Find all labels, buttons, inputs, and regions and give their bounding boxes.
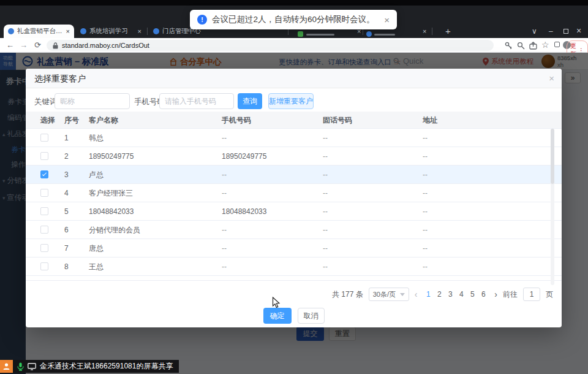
- sidebar-item-label: 分销发: [7, 175, 26, 186]
- goto-page-input[interactable]: [523, 288, 540, 301]
- cancel-button[interactable]: 取消: [298, 308, 325, 324]
- tab-close-icon[interactable]: ×: [66, 28, 70, 35]
- page-number[interactable]: 1: [423, 290, 434, 299]
- table-cell: 卢总: [89, 166, 104, 184]
- row-checkbox[interactable]: [40, 189, 48, 197]
- reload-icon[interactable]: ⟳: [34, 40, 41, 50]
- promo-banner[interactable]: 更快捷的券卡、订单和快递查询入口 ☞: [279, 58, 401, 67]
- nav-toggle-button[interactable]: 功能 导航: [0, 53, 16, 70]
- sidebar-item[interactable]: 券卡查: [0, 97, 26, 107]
- page-size-value: 30条/页: [373, 290, 396, 299]
- table-cell: --: [423, 258, 428, 276]
- row-checkbox[interactable]: [40, 152, 48, 160]
- row-checkbox[interactable]: [40, 134, 48, 142]
- maximize-icon[interactable]: [564, 29, 568, 34]
- table-cell: 客户经理张三: [89, 184, 133, 202]
- phone-input[interactable]: [159, 93, 234, 109]
- col-select: 选择: [40, 112, 55, 129]
- reset-button[interactable]: 重置: [329, 327, 356, 341]
- sidebar-item[interactable]: 券卡中: [0, 76, 26, 87]
- bookmark-star-icon[interactable]: ☆: [541, 40, 549, 50]
- table-cell: 8: [64, 258, 69, 276]
- table-body: 1韩总------21895024977518950249775----3卢总-…: [26, 129, 562, 281]
- page-number[interactable]: 5: [467, 290, 478, 299]
- nav-toggle-label: 功能: [0, 55, 16, 61]
- goto-label: 前往: [503, 289, 518, 300]
- prev-page-icon[interactable]: ‹: [415, 289, 418, 299]
- table-row[interactable]: 3卢总------: [26, 166, 562, 184]
- toast-close-icon[interactable]: ×: [384, 15, 390, 25]
- page-number[interactable]: 2: [434, 290, 445, 299]
- sidebar-item[interactable]: ▾宣传动: [0, 193, 26, 203]
- col-landline: 固话号码: [323, 112, 352, 129]
- modal-header: 选择重要客户 ×: [26, 69, 562, 88]
- goto-suffix: 页: [546, 289, 553, 300]
- add-customer-button[interactable]: 新增重要客户: [268, 93, 314, 109]
- table-row[interactable]: 7唐总------: [26, 239, 562, 258]
- forward-icon[interactable]: →: [20, 40, 28, 50]
- page-number[interactable]: 4: [456, 290, 467, 299]
- search-button[interactable]: 查询: [238, 93, 262, 109]
- pagination: 共 177 条 30条/页 ‹ 123456 › 前往 页: [332, 287, 553, 302]
- table-cell: --: [423, 221, 428, 239]
- sidebar-item-label: 券卡: [11, 145, 26, 155]
- key-icon[interactable]: [505, 42, 513, 50]
- tutorial-link[interactable]: 系统使用教程: [483, 57, 533, 66]
- avatar[interactable]: [541, 55, 555, 68]
- sidebar-item[interactable]: 编码管: [0, 113, 26, 123]
- submit-button[interactable]: 提交: [296, 327, 324, 341]
- page-numbers: 123456: [423, 290, 489, 299]
- browser-tab-active[interactable]: 礼盒营销平台管理中心 ×: [4, 25, 74, 38]
- scrollbar-thumb[interactable]: [551, 129, 554, 184]
- row-checkbox[interactable]: [40, 226, 48, 234]
- table-row[interactable]: 8王总------: [26, 258, 562, 276]
- confirm-button[interactable]: 确定: [263, 308, 292, 324]
- sidebar-item[interactable]: 操作: [0, 159, 26, 170]
- row-checkbox[interactable]: [40, 207, 48, 215]
- back-icon[interactable]: ←: [6, 40, 14, 50]
- share-center-link[interactable]: 合分享中心: [169, 56, 222, 67]
- table-cell: 4: [64, 184, 69, 202]
- tab-close-icon[interactable]: ×: [138, 28, 141, 35]
- tab-close-icon[interactable]: ×: [423, 28, 426, 35]
- table-row[interactable]: 21895024977518950249775----: [26, 147, 562, 166]
- sidebar-item[interactable]: ▾分销发: [0, 175, 26, 186]
- share-bar-text: 金禾通技术王斌18662591081的屏幕共享: [40, 361, 173, 372]
- scrollbar[interactable]: [551, 129, 554, 285]
- row-checkbox-checked[interactable]: [40, 170, 48, 178]
- table-cell: --: [222, 258, 227, 276]
- minimize-icon[interactable]: –: [549, 27, 553, 36]
- chevron-down-icon[interactable]: ∨: [532, 27, 537, 36]
- window-close-icon[interactable]: ×: [576, 26, 581, 36]
- sidebar-item[interactable]: ▴礼品发: [0, 129, 26, 139]
- table-row[interactable]: 4客户经理张三------: [26, 184, 562, 202]
- next-page-icon[interactable]: ›: [494, 289, 497, 299]
- table-row[interactable]: 51804884203318048842033----: [26, 202, 562, 221]
- keyword-input[interactable]: [55, 93, 130, 109]
- table-cell: --: [323, 166, 328, 184]
- modal-close-icon[interactable]: ×: [549, 73, 554, 83]
- quick-search[interactable]: Quick: [393, 56, 423, 66]
- table-row[interactable]: 6分销代理的会员------: [26, 221, 562, 239]
- page-number[interactable]: 3: [445, 290, 456, 299]
- table-row[interactable]: 1韩总------: [26, 129, 562, 147]
- tab-switcher-icon[interactable]: [554, 42, 560, 47]
- row-checkbox[interactable]: [40, 262, 48, 270]
- obscured-tab[interactable]: [306, 34, 334, 36]
- zoom-icon[interactable]: [517, 42, 525, 50]
- info-icon: !: [197, 15, 207, 25]
- page-size-select[interactable]: 30条/页: [369, 288, 409, 301]
- obscured-tab[interactable]: [374, 34, 395, 36]
- row-checkbox[interactable]: [40, 244, 48, 252]
- table-cell: --: [423, 166, 428, 184]
- browser-tab[interactable]: 系统培训学习 ×: [76, 25, 146, 38]
- screen-share-bar: 金禾通技术王斌18662591081的屏幕共享: [0, 360, 179, 373]
- sidebar-item-label: 券卡查: [7, 97, 26, 107]
- address-bar[interactable]: standard.maboy.cn/CardsOut: [47, 40, 494, 51]
- sidebar-item[interactable]: 券卡: [0, 145, 26, 155]
- page-number[interactable]: 6: [478, 290, 489, 299]
- window-top-strip: [0, 0, 588, 6]
- expand-button[interactable]: »: [565, 72, 581, 83]
- share-icon[interactable]: [529, 42, 537, 50]
- new-tab-icon[interactable]: +: [445, 26, 451, 36]
